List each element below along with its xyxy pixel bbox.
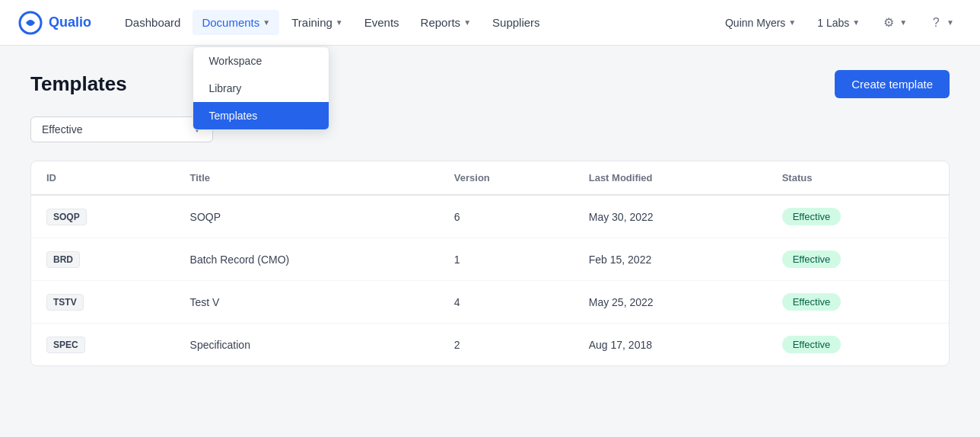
logo-text: Qualio (49, 14, 91, 30)
cell-title: Batch Record (CMO) (175, 238, 439, 281)
cell-last-modified: Feb 15, 2022 (574, 238, 767, 281)
status-badge: Effective (782, 208, 842, 225)
filter-value: Effective (42, 123, 82, 136)
cell-version: 1 (439, 238, 574, 281)
table-row[interactable]: SOQPSOQP6May 30, 2022Effective (31, 195, 949, 238)
col-header-status: Status (767, 161, 949, 195)
cell-id: SOQP (31, 195, 175, 238)
cell-status: Effective (767, 195, 949, 238)
nav-items: Dashboard Documents ▼ Workspace Library … (116, 10, 718, 35)
nav-label-events: Events (364, 16, 399, 29)
cell-version: 6 (439, 195, 574, 238)
nav-item-dashboard[interactable]: Dashboard (116, 10, 189, 35)
nav-item-events[interactable]: Events (355, 10, 409, 35)
nav-item-suppliers[interactable]: Suppliers (483, 10, 549, 35)
navbar: Qualio Dashboard Documents ▼ Workspace L… (0, 0, 980, 46)
nav-label-reports: Reports (421, 16, 461, 29)
help-menu[interactable]: ? ▼ (921, 11, 962, 35)
cell-last-modified: May 25, 2022 (574, 281, 767, 324)
gear-chevron-icon: ▼ (899, 18, 907, 27)
status-badge: Effective (782, 293, 842, 311)
nav-item-reports[interactable]: Reports ▼ (412, 10, 480, 35)
question-icon: ? (928, 15, 943, 30)
user-name: Quinn Myers (725, 17, 785, 29)
templates-table-container: ID Title Version Last Modified Status SO… (30, 161, 950, 366)
labs-label: 1 Labs (817, 17, 849, 29)
id-badge: SPEC (46, 337, 85, 353)
cell-id: SPEC (31, 324, 175, 366)
user-chevron-icon: ▼ (788, 18, 796, 27)
col-header-version: Version (439, 161, 574, 195)
cell-last-modified: Aug 17, 2018 (574, 324, 767, 366)
cell-title: Specification (175, 324, 439, 366)
cell-id: BRD (31, 238, 175, 281)
nav-label-suppliers: Suppliers (492, 16, 540, 29)
filter-row: Effective ▼ (30, 116, 950, 142)
reports-chevron-icon: ▼ (463, 18, 471, 27)
help-chevron-icon: ▼ (947, 18, 954, 27)
table-body: SOQPSOQP6May 30, 2022EffectiveBRDBatch R… (31, 195, 949, 365)
nav-label-dashboard: Dashboard (125, 16, 180, 29)
nav-label-documents: Documents (202, 16, 259, 29)
col-header-title: Title (175, 161, 439, 195)
dropdown-item-templates[interactable]: Templates (193, 102, 329, 129)
id-badge: SOQP (46, 209, 87, 225)
dropdown-item-workspace[interactable]: Workspace (193, 47, 329, 75)
nav-item-training[interactable]: Training ▼ (282, 10, 352, 35)
documents-dropdown: Workspace Library Templates 🖱 (192, 46, 329, 130)
cell-version: 4 (439, 281, 574, 324)
gear-icon: ⚙ (881, 15, 896, 30)
logo[interactable]: Qualio (18, 11, 91, 35)
training-chevron-icon: ▼ (336, 18, 343, 27)
id-badge: TSTV (46, 294, 84, 311)
cell-last-modified: May 30, 2022 (574, 195, 767, 238)
table-row[interactable]: BRDBatch Record (CMO)1Feb 15, 2022Effect… (31, 238, 949, 281)
cell-title: Test V (175, 281, 439, 324)
nav-item-documents[interactable]: Documents ▼ Workspace Library Templates … (192, 10, 279, 35)
cell-status: Effective (767, 281, 949, 324)
table-row[interactable]: SPECSpecification2Aug 17, 2018Effective (31, 324, 949, 366)
status-badge: Effective (782, 250, 842, 268)
cell-version: 2 (439, 324, 574, 366)
col-header-id: ID (31, 161, 175, 195)
cell-id: TSTV (31, 281, 175, 324)
cell-status: Effective (767, 238, 949, 281)
labs-menu[interactable]: 1 Labs ▼ (810, 12, 867, 33)
col-header-last-modified: Last Modified (574, 161, 767, 195)
status-filter[interactable]: Effective ▼ (30, 116, 213, 142)
main-content: Templates Create template Effective ▼ ID… (0, 46, 980, 391)
templates-table: ID Title Version Last Modified Status SO… (31, 161, 949, 365)
user-menu[interactable]: Quinn Myers ▼ (718, 12, 803, 33)
cell-title: SOQP (175, 195, 439, 238)
id-badge: BRD (46, 251, 80, 268)
table-header-row: ID Title Version Last Modified Status (31, 161, 949, 195)
labs-chevron-icon: ▼ (852, 18, 860, 27)
create-template-button[interactable]: Create template (835, 70, 950, 98)
cell-status: Effective (767, 324, 949, 366)
nav-right: Quinn Myers ▼ 1 Labs ▼ ⚙ ▼ ? ▼ (718, 11, 962, 35)
documents-chevron-icon: ▼ (262, 18, 270, 27)
logo-icon (18, 11, 43, 35)
table-header: ID Title Version Last Modified Status (31, 161, 949, 195)
page-title: Templates (30, 72, 127, 96)
dropdown-item-library[interactable]: Library (193, 75, 329, 102)
page-header: Templates Create template (30, 70, 950, 98)
table-row[interactable]: TSTVTest V4May 25, 2022Effective (31, 281, 949, 324)
nav-label-training: Training (291, 16, 332, 29)
status-badge: Effective (782, 336, 842, 353)
settings-menu[interactable]: ⚙ ▼ (873, 11, 915, 35)
